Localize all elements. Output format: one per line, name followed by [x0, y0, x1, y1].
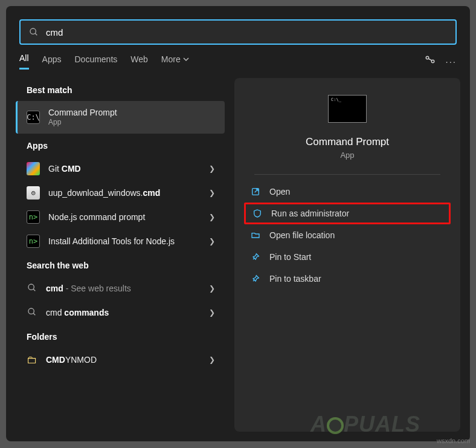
action-pin-to-taskbar[interactable]: Pin to taskbar	[244, 268, 451, 290]
web-result-cmd[interactable]: cmd - See web results ❯	[16, 276, 225, 300]
svg-line-7	[33, 313, 35, 315]
batch-file-icon: ⚙	[27, 186, 40, 200]
results-panel: Best match C:\ Command Prompt App Apps G…	[16, 78, 225, 432]
preview-panel: C:\_ Command Prompt App Open Run as admi…	[234, 78, 460, 432]
search-icon	[29, 27, 39, 37]
filter-tabs: All Apps Documents Web More ···	[6, 45, 470, 73]
app-result-nodejs-prompt[interactable]: n> Node.js command prompt ❯	[16, 205, 225, 229]
best-match-header: Best match	[16, 78, 225, 101]
chevron-right-icon: ❯	[209, 237, 215, 245]
svg-point-6	[28, 308, 34, 314]
search-icon	[27, 283, 37, 294]
app-large-icon: C:\_	[328, 95, 367, 123]
chevron-right-icon: ❯	[209, 308, 215, 317]
open-icon	[250, 186, 261, 197]
pin-icon	[250, 273, 261, 284]
web-result-cmd-commands[interactable]: cmd commands ❯	[16, 300, 225, 325]
action-run-as-administrator[interactable]: Run as administrator	[244, 203, 451, 224]
command-prompt-icon: C:\	[27, 111, 40, 124]
preview-subtitle: App	[340, 151, 354, 160]
chevron-right-icon: ❯	[209, 213, 215, 221]
svg-point-0	[30, 28, 36, 34]
folder-icon: 🗀	[27, 354, 37, 366]
tab-apps[interactable]: Apps	[42, 54, 62, 69]
nodejs-icon: n>	[27, 210, 40, 224]
svg-point-4	[28, 284, 34, 290]
chevron-down-icon	[183, 56, 189, 62]
tab-documents[interactable]: Documents	[74, 54, 117, 69]
best-match-item[interactable]: C:\ Command Prompt App	[16, 101, 225, 134]
svg-line-1	[35, 33, 37, 35]
chevron-right-icon: ❯	[209, 355, 215, 364]
tab-more[interactable]: More	[161, 54, 189, 69]
app-result-uup-download[interactable]: ⚙ uup_download_windows.cmd ❯	[16, 181, 225, 205]
best-match-subtitle: App	[48, 118, 117, 126]
search-input[interactable]	[46, 27, 447, 37]
watermark-url: wsxdn.com	[437, 437, 470, 444]
preview-title: Command Prompt	[306, 136, 389, 148]
best-match-title: Command Prompt	[48, 108, 117, 118]
pin-icon	[250, 252, 261, 262]
action-open-file-location[interactable]: Open file location	[244, 224, 451, 246]
search-icon	[27, 307, 37, 319]
action-pin-to-start[interactable]: Pin to Start	[244, 246, 451, 268]
folders-header: Folders	[16, 325, 225, 348]
chevron-right-icon: ❯	[209, 164, 215, 173]
chevron-right-icon: ❯	[209, 284, 215, 293]
apps-header: Apps	[16, 134, 225, 157]
action-open[interactable]: Open	[244, 181, 451, 203]
search-bar[interactable]	[19, 19, 457, 45]
folder-result-cmdynmod[interactable]: 🗀 CMDYNMOD ❯	[16, 348, 225, 372]
app-result-git-cmd[interactable]: Git CMD ❯	[16, 157, 225, 181]
shield-icon	[252, 208, 263, 219]
svg-line-5	[33, 289, 35, 291]
more-options-icon[interactable]: ···	[445, 56, 457, 67]
connector-icon[interactable]	[425, 55, 436, 68]
git-icon	[27, 162, 40, 175]
web-header: Search the web	[16, 253, 225, 276]
folder-open-icon	[250, 230, 261, 241]
nodejs-icon: n>	[27, 235, 40, 248]
tab-all[interactable]: All	[19, 53, 29, 70]
app-result-nodejs-tools[interactable]: n> Install Additional Tools for Node.js …	[16, 229, 225, 253]
tab-web[interactable]: Web	[130, 54, 148, 69]
start-search-window: All Apps Documents Web More ··· Best mat…	[6, 6, 470, 441]
chevron-right-icon: ❯	[209, 189, 215, 197]
divider	[254, 174, 440, 175]
watermark-logo: APUALS	[310, 412, 420, 437]
